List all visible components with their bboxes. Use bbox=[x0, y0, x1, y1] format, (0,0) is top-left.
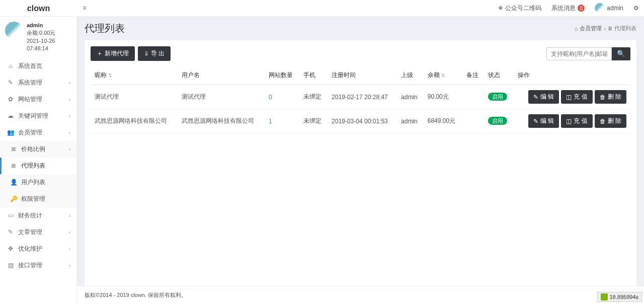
menu-icon: 👤 bbox=[9, 179, 18, 186]
settings-gear-icon[interactable]: ⚙ bbox=[628, 0, 644, 17]
wechat-icon: ✵ bbox=[498, 0, 503, 17]
menu-icon: ▤ bbox=[6, 262, 15, 269]
chevron-left-icon: ‹ bbox=[69, 263, 70, 268]
chevron-left-icon: ‹ bbox=[69, 146, 70, 152]
export-button[interactable]: ⇩ 导 出 bbox=[138, 46, 171, 61]
sidebar: admin 余额:0.00元 2021-10-26 07:48:14 ⌂系统首页… bbox=[0, 17, 77, 287]
menu-icon: ✿ bbox=[6, 96, 15, 103]
chevron-left-icon: ‹ bbox=[69, 113, 70, 119]
sidebar-subitem[interactable]: 👤用户列表 bbox=[0, 174, 76, 191]
avatar bbox=[5, 22, 23, 39]
sidebar-item[interactable]: ▭财务统计‹ bbox=[0, 207, 76, 224]
edit-button[interactable]: ✎ 编 辑 bbox=[528, 114, 559, 128]
download-icon: ⇩ bbox=[144, 50, 149, 57]
menu-icon: ✎ bbox=[6, 79, 15, 86]
menu-icon: ≣ bbox=[9, 145, 18, 153]
user-panel: admin 余额:0.00元 2021-10-26 07:48:14 bbox=[0, 17, 76, 58]
menu-icon: ⌂ bbox=[6, 62, 15, 69]
menu-toggle-icon[interactable]: ≡ bbox=[77, 0, 92, 16]
col-phone: 手机 bbox=[299, 66, 328, 85]
col-username: 用户名 bbox=[178, 66, 265, 85]
search-input[interactable] bbox=[546, 47, 612, 60]
add-button[interactable]: ＋ 新增代理 bbox=[91, 46, 135, 61]
col-regtime: 注册时间 bbox=[328, 66, 397, 85]
sidebar-item[interactable]: ☁关键词管理‹ bbox=[0, 108, 76, 124]
recharge-button[interactable]: ◫ 充 值 bbox=[561, 90, 592, 104]
user-name: admin bbox=[27, 22, 71, 29]
sites-link[interactable]: 1 bbox=[269, 118, 272, 125]
chevron-left-icon: ‹ bbox=[69, 230, 70, 235]
sidebar-item[interactable]: ⌂系统首页 bbox=[0, 58, 76, 74]
trash-icon: 🗑 bbox=[600, 94, 606, 101]
chevron-left-icon: ‹ bbox=[69, 130, 70, 135]
qr-link[interactable]: ✵ 公众号二维码 bbox=[493, 0, 546, 17]
sidebar-item[interactable]: ✥优化维护‹ bbox=[0, 241, 76, 257]
system-messages[interactable]: 系统消息 0 bbox=[546, 0, 590, 17]
edit-icon: ✎ bbox=[533, 94, 538, 101]
money-icon: ◫ bbox=[566, 94, 572, 101]
main-box: ＋ 新增代理 ⇩ 导 出 🔍 昵称⇅ 用户名 网站数量 手机 bbox=[85, 40, 636, 287]
sidebar-subitem[interactable]: ≣代理列表 bbox=[0, 158, 76, 174]
top-header: clown ≡ ✵ 公众号二维码 系统消息 0 admin ⚙ bbox=[0, 0, 644, 17]
plus-icon: ＋ bbox=[97, 49, 103, 58]
dashboard-icon: ⌂ bbox=[575, 26, 578, 32]
menu-icon: ☁ bbox=[6, 112, 15, 119]
user-balance: 余额:0.00元 bbox=[27, 29, 71, 37]
status-badge[interactable]: 启用 bbox=[488, 93, 507, 101]
delete-button[interactable]: 🗑 删 除 bbox=[595, 114, 626, 128]
main-menu: ⌂系统首页✎系统管理‹✿网站管理‹☁关键词管理‹👥会员管理‹≣价格比例‹≣代理列… bbox=[0, 58, 76, 274]
content-header: 代理列表 ⌂ 会员管理 › ≣ 代理列表 bbox=[77, 17, 644, 40]
sidebar-item[interactable]: ✿网站管理‹ bbox=[0, 91, 76, 108]
chevron-left-icon: ‹ bbox=[69, 213, 70, 218]
sidebar-subitem[interactable]: 🔑权限管理 bbox=[0, 191, 76, 207]
agent-table: 昵称⇅ 用户名 网站数量 手机 注册时间 上级 余额⇅ 备注 状态 操作 测试代… bbox=[91, 66, 630, 133]
sort-icon: ⇅ bbox=[441, 73, 445, 78]
sort-icon: ⇅ bbox=[108, 73, 112, 78]
chevron-left-icon: ‹ bbox=[69, 80, 70, 86]
brand-logo[interactable]: clown bbox=[0, 0, 77, 16]
search-button[interactable]: 🔍 bbox=[612, 47, 630, 60]
recharge-button[interactable]: ◫ 充 值 bbox=[561, 114, 592, 128]
toolbar: ＋ 新增代理 ⇩ 导 出 🔍 bbox=[91, 46, 630, 61]
col-superior: 上级 bbox=[397, 66, 424, 85]
sidebar-item[interactable]: ✎系统管理‹ bbox=[0, 74, 76, 91]
col-balance[interactable]: 余额⇅ bbox=[424, 66, 462, 85]
menu-icon: 🔑 bbox=[9, 195, 18, 202]
breadcrumb-l1[interactable]: 会员管理 bbox=[580, 25, 602, 32]
menu-icon: ▭ bbox=[6, 212, 15, 219]
search-icon: 🔍 bbox=[617, 50, 625, 57]
breadcrumb: ⌂ 会员管理 › ≣ 代理列表 bbox=[575, 25, 636, 32]
user-menu[interactable]: admin bbox=[590, 0, 628, 17]
col-action: 操作 bbox=[514, 66, 631, 85]
msg-badge: 0 bbox=[578, 5, 585, 12]
list-icon: ≣ bbox=[608, 25, 612, 32]
menu-icon: ✥ bbox=[6, 245, 15, 252]
breadcrumb-l2: 代理列表 bbox=[614, 25, 636, 32]
status-badge[interactable]: 启用 bbox=[488, 117, 507, 125]
edit-icon: ✎ bbox=[533, 118, 538, 125]
sidebar-item[interactable]: ✎文章管理‹ bbox=[0, 224, 76, 241]
trash-icon: 🗑 bbox=[600, 118, 606, 125]
user-time: 2021-10-26 07:48:14 bbox=[27, 37, 71, 53]
menu-icon: ✎ bbox=[6, 229, 15, 236]
chevron-left-icon: ‹ bbox=[69, 97, 70, 102]
chevron-left-icon: ‹ bbox=[69, 246, 70, 252]
table-row: 武胜思源网络科技有限公司武胜思源网络科技有限公司1未绑定2019-03-04 0… bbox=[91, 109, 630, 133]
page-title: 代理列表 bbox=[85, 22, 125, 35]
sidebar-item[interactable]: 👥会员管理‹ bbox=[0, 124, 76, 141]
sidebar-subitem[interactable]: ≣价格比例‹ bbox=[0, 141, 76, 158]
money-icon: ◫ bbox=[566, 118, 572, 125]
sites-link[interactable]: 0 bbox=[269, 94, 272, 101]
sidebar-item[interactable]: ▤接口管理‹ bbox=[0, 257, 76, 274]
avatar-icon bbox=[595, 3, 605, 13]
edit-button[interactable]: ✎ 编 辑 bbox=[528, 90, 559, 104]
table-row: 测试代理测试代理0未绑定2019-02-17 20:28:47admin90.0… bbox=[91, 85, 630, 109]
col-status: 状态 bbox=[484, 66, 513, 85]
col-remark: 备注 bbox=[462, 66, 484, 85]
menu-icon: 👥 bbox=[6, 129, 15, 136]
delete-button[interactable]: 🗑 删 除 bbox=[595, 90, 626, 104]
col-sites: 网站数量 bbox=[265, 66, 299, 85]
footer: 版权©2014 - 2019 clown. 保留所有权利。 bbox=[77, 286, 644, 287]
col-nickname[interactable]: 昵称⇅ bbox=[91, 66, 178, 85]
menu-icon: ≣ bbox=[9, 162, 18, 169]
